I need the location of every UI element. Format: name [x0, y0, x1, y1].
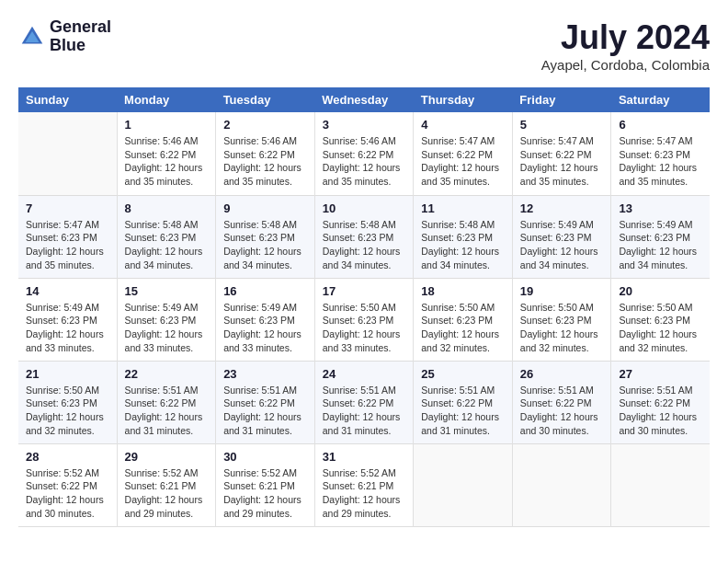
day-number: 30: [223, 450, 307, 464]
calendar-cell: 26Sunrise: 5:51 AM Sunset: 6:22 PM Dayli…: [512, 361, 611, 443]
calendar-cell: 1Sunrise: 5:46 AM Sunset: 6:22 PM Daylig…: [117, 112, 216, 195]
day-info: Sunrise: 5:52 AM Sunset: 6:21 PM Dayligh…: [323, 466, 406, 521]
day-number: 4: [421, 118, 505, 132]
weekday-header: Friday: [512, 87, 611, 112]
day-info: Sunrise: 5:50 AM Sunset: 6:23 PM Dayligh…: [421, 301, 505, 355]
day-number: 22: [125, 367, 209, 381]
calendar-week-row: 21Sunrise: 5:50 AM Sunset: 6:23 PM Dayli…: [18, 361, 710, 443]
calendar-cell: 9Sunrise: 5:48 AM Sunset: 6:23 PM Daylig…: [216, 195, 315, 278]
calendar-cell: 13Sunrise: 5:49 AM Sunset: 6:23 PM Dayli…: [611, 195, 710, 278]
day-info: Sunrise: 5:47 AM Sunset: 6:22 PM Dayligh…: [421, 134, 505, 189]
calendar-cell: 11Sunrise: 5:48 AM Sunset: 6:23 PM Dayli…: [414, 195, 513, 278]
calendar-cell: 25Sunrise: 5:51 AM Sunset: 6:22 PM Dayli…: [414, 361, 513, 443]
calendar-cell: 10Sunrise: 5:48 AM Sunset: 6:23 PM Dayli…: [314, 195, 414, 278]
calendar-cell: 24Sunrise: 5:51 AM Sunset: 6:22 PM Dayli…: [314, 361, 414, 443]
calendar-cell: 31Sunrise: 5:52 AM Sunset: 6:21 PM Dayli…: [314, 443, 414, 526]
day-info: Sunrise: 5:49 AM Sunset: 6:23 PM Dayligh…: [125, 301, 209, 355]
day-info: Sunrise: 5:51 AM Sunset: 6:22 PM Dayligh…: [223, 384, 307, 438]
day-info: Sunrise: 5:50 AM Sunset: 6:23 PM Dayligh…: [323, 301, 406, 355]
day-info: Sunrise: 5:48 AM Sunset: 6:23 PM Dayligh…: [323, 218, 406, 272]
day-number: 25: [421, 367, 505, 381]
location: Ayapel, Cordoba, Colombia: [541, 57, 710, 73]
calendar-cell: 7Sunrise: 5:47 AM Sunset: 6:23 PM Daylig…: [18, 195, 117, 278]
calendar-cell: 3Sunrise: 5:46 AM Sunset: 6:22 PM Daylig…: [314, 112, 414, 195]
day-number: 26: [520, 367, 604, 381]
day-number: 19: [520, 284, 604, 298]
day-number: 16: [223, 284, 307, 298]
calendar-cell: 14Sunrise: 5:49 AM Sunset: 6:23 PM Dayli…: [18, 278, 117, 361]
calendar-cell: 21Sunrise: 5:50 AM Sunset: 6:23 PM Dayli…: [18, 361, 117, 443]
day-info: Sunrise: 5:47 AM Sunset: 6:23 PM Dayligh…: [26, 218, 109, 272]
calendar-week-row: 7Sunrise: 5:47 AM Sunset: 6:23 PM Daylig…: [18, 195, 710, 278]
weekday-header: Sunday: [18, 87, 117, 112]
day-info: Sunrise: 5:48 AM Sunset: 6:23 PM Dayligh…: [421, 218, 505, 272]
calendar-cell: 15Sunrise: 5:49 AM Sunset: 6:23 PM Dayli…: [117, 278, 216, 361]
day-info: Sunrise: 5:51 AM Sunset: 6:22 PM Dayligh…: [125, 384, 209, 438]
day-info: Sunrise: 5:52 AM Sunset: 6:22 PM Dayligh…: [26, 466, 109, 521]
day-info: Sunrise: 5:50 AM Sunset: 6:23 PM Dayligh…: [619, 301, 702, 355]
day-number: 17: [323, 284, 406, 298]
calendar-cell: [414, 443, 513, 526]
day-number: 29: [125, 450, 209, 464]
day-info: Sunrise: 5:46 AM Sunset: 6:22 PM Dayligh…: [223, 134, 307, 189]
calendar-cell: 2Sunrise: 5:46 AM Sunset: 6:22 PM Daylig…: [216, 112, 315, 195]
day-number: 10: [323, 201, 406, 215]
day-number: 13: [619, 201, 702, 215]
day-info: Sunrise: 5:50 AM Sunset: 6:23 PM Dayligh…: [26, 384, 109, 438]
day-number: 27: [619, 367, 702, 381]
day-info: Sunrise: 5:52 AM Sunset: 6:21 PM Dayligh…: [223, 466, 307, 521]
day-number: 18: [421, 284, 505, 298]
month-year: July 2024: [541, 18, 710, 57]
calendar-week-row: 14Sunrise: 5:49 AM Sunset: 6:23 PM Dayli…: [18, 278, 710, 361]
calendar-week-row: 1Sunrise: 5:46 AM Sunset: 6:22 PM Daylig…: [18, 112, 710, 195]
calendar-cell: 22Sunrise: 5:51 AM Sunset: 6:22 PM Dayli…: [117, 361, 216, 443]
day-number: 21: [26, 367, 109, 381]
calendar-cell: 23Sunrise: 5:51 AM Sunset: 6:22 PM Dayli…: [216, 361, 315, 443]
day-info: Sunrise: 5:48 AM Sunset: 6:23 PM Dayligh…: [125, 218, 209, 272]
day-number: 28: [26, 450, 109, 464]
day-info: Sunrise: 5:49 AM Sunset: 6:23 PM Dayligh…: [223, 301, 307, 355]
day-info: Sunrise: 5:47 AM Sunset: 6:23 PM Dayligh…: [619, 134, 702, 189]
day-info: Sunrise: 5:51 AM Sunset: 6:22 PM Dayligh…: [619, 384, 702, 438]
day-number: 3: [323, 118, 406, 132]
title-area: July 2024 Ayapel, Cordoba, Colombia: [541, 18, 710, 73]
calendar-cell: [18, 112, 117, 195]
day-number: 6: [619, 118, 702, 132]
day-info: Sunrise: 5:52 AM Sunset: 6:21 PM Dayligh…: [125, 466, 209, 521]
logo-text: General Blue: [50, 18, 111, 55]
day-number: 31: [323, 450, 406, 464]
day-number: 11: [421, 201, 505, 215]
weekday-header-row: SundayMondayTuesdayWednesdayThursdayFrid…: [18, 87, 710, 112]
day-info: Sunrise: 5:46 AM Sunset: 6:22 PM Dayligh…: [323, 134, 406, 189]
day-info: Sunrise: 5:48 AM Sunset: 6:23 PM Dayligh…: [223, 218, 307, 272]
day-number: 12: [520, 201, 604, 215]
weekday-header: Thursday: [414, 87, 513, 112]
day-number: 20: [619, 284, 702, 298]
page-header: General Blue July 2024 Ayapel, Cordoba, …: [18, 18, 710, 73]
day-info: Sunrise: 5:47 AM Sunset: 6:22 PM Dayligh…: [520, 134, 604, 189]
weekday-header: Monday: [117, 87, 216, 112]
day-info: Sunrise: 5:49 AM Sunset: 6:23 PM Dayligh…: [619, 218, 702, 272]
day-info: Sunrise: 5:51 AM Sunset: 6:22 PM Dayligh…: [323, 384, 406, 438]
day-info: Sunrise: 5:50 AM Sunset: 6:23 PM Dayligh…: [520, 301, 604, 355]
calendar-cell: 6Sunrise: 5:47 AM Sunset: 6:23 PM Daylig…: [611, 112, 710, 195]
calendar-table: SundayMondayTuesdayWednesdayThursdayFrid…: [18, 87, 710, 527]
day-info: Sunrise: 5:51 AM Sunset: 6:22 PM Dayligh…: [421, 384, 505, 438]
day-number: 14: [26, 284, 109, 298]
logo: General Blue: [18, 18, 111, 55]
weekday-header: Wednesday: [314, 87, 414, 112]
calendar-cell: 4Sunrise: 5:47 AM Sunset: 6:22 PM Daylig…: [414, 112, 513, 195]
day-info: Sunrise: 5:49 AM Sunset: 6:23 PM Dayligh…: [26, 301, 109, 355]
calendar-cell: [512, 443, 611, 526]
day-number: 23: [223, 367, 307, 381]
calendar-cell: 8Sunrise: 5:48 AM Sunset: 6:23 PM Daylig…: [117, 195, 216, 278]
calendar-cell: 12Sunrise: 5:49 AM Sunset: 6:23 PM Dayli…: [512, 195, 611, 278]
calendar-cell: 28Sunrise: 5:52 AM Sunset: 6:22 PM Dayli…: [18, 443, 117, 526]
day-number: 2: [223, 118, 307, 132]
day-number: 1: [125, 118, 209, 132]
logo-icon: [18, 23, 46, 51]
weekday-header: Saturday: [611, 87, 710, 112]
weekday-header: Tuesday: [216, 87, 315, 112]
calendar-cell: 27Sunrise: 5:51 AM Sunset: 6:22 PM Dayli…: [611, 361, 710, 443]
calendar-cell: 29Sunrise: 5:52 AM Sunset: 6:21 PM Dayli…: [117, 443, 216, 526]
